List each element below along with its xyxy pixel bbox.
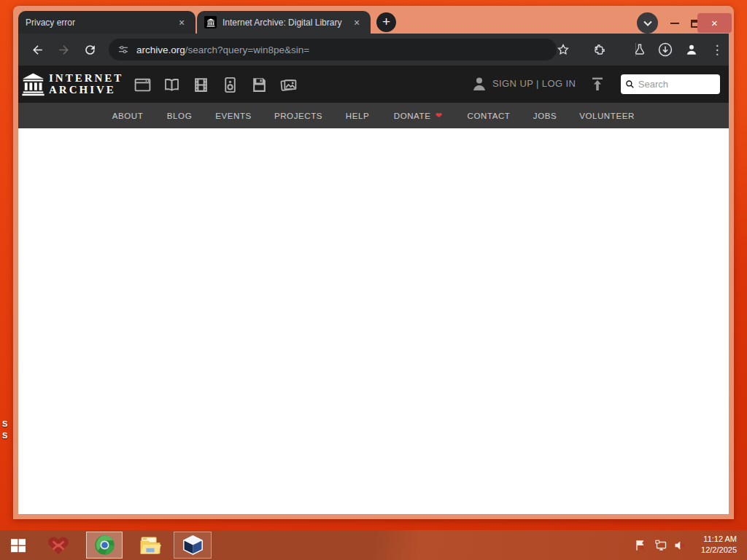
network-status-icon[interactable] — [654, 539, 669, 555]
back-button[interactable] — [27, 39, 47, 60]
minimize-icon — [670, 23, 679, 24]
media-software-icon[interactable] — [249, 75, 268, 94]
download-icon — [657, 42, 673, 58]
tab-internet-archive[interactable]: Internet Archive: Digital Library × — [197, 11, 371, 34]
taskbar-chrome-button[interactable] — [86, 532, 123, 559]
donate-heart-icon: ❤ — [435, 111, 442, 120]
taskbar-virtualbox-button[interactable] — [174, 532, 212, 559]
archive-building-icon — [21, 72, 45, 96]
archive-wordmark[interactable]: INTERNET ARCHIVE — [49, 72, 123, 96]
chevron-down-icon — [643, 20, 652, 26]
star-icon — [557, 43, 570, 56]
forward-button[interactable] — [53, 39, 74, 60]
close-button[interactable]: × — [697, 13, 732, 33]
clock-date: 12/2/2025 — [701, 545, 737, 556]
volume-muted-icon[interactable] — [673, 539, 686, 555]
action-center-flag-icon[interactable] — [633, 539, 647, 555]
browser-toolbar: archive.org/search?query=win8pe&sin= — [18, 34, 729, 66]
kebab-menu-icon: ⋮ — [711, 42, 724, 58]
chrome-browser-icon — [94, 534, 115, 556]
extensions-button[interactable] — [589, 39, 610, 60]
profile-button[interactable] — [681, 39, 702, 60]
page-content-blank — [18, 128, 729, 514]
site-settings-icon — [117, 44, 129, 55]
browser-menu-button[interactable]: ⋮ — [707, 39, 727, 60]
archive-search-input[interactable] — [638, 79, 716, 90]
person-icon — [471, 75, 488, 96]
forward-icon — [57, 43, 71, 57]
labs-button[interactable] — [630, 39, 650, 60]
archive-search-box[interactable] — [621, 74, 720, 94]
bookmark-star-button[interactable] — [553, 39, 573, 60]
signup-login-link[interactable]: SIGN UP | LOG IN — [492, 78, 576, 89]
minimize-button[interactable] — [667, 15, 683, 31]
nav-help[interactable]: HELP — [346, 103, 369, 128]
nav-events[interactable]: EVENTS — [215, 103, 252, 128]
media-web-icon[interactable] — [133, 75, 152, 94]
desktop-icon-label-fragment[interactable]: S — [2, 419, 7, 428]
back-icon — [31, 43, 44, 57]
virtualbox-icon — [182, 534, 204, 556]
url-path: /search?query=win8pe&sin= — [185, 44, 309, 55]
media-texts-icon[interactable] — [162, 75, 181, 94]
file-explorer-icon — [139, 536, 161, 555]
archive-header: INTERNET ARCHIVE — [18, 66, 729, 103]
avatar-icon — [684, 42, 699, 57]
browser-window: Privacy error × Internet Archive: Digita… — [13, 6, 734, 519]
desktop-icon-label-fragment[interactable]: S — [2, 431, 7, 440]
start-button[interactable] — [4, 532, 32, 559]
nav-blog[interactable]: BLOG — [167, 103, 192, 128]
tab-close-icon[interactable]: × — [175, 16, 188, 29]
media-video-icon[interactable] — [191, 75, 210, 94]
archive-page: INTERNET ARCHIVE — [18, 66, 729, 514]
nav-donate[interactable]: DONATE ❤ — [394, 103, 443, 128]
windows-logo-icon — [9, 537, 27, 554]
upload-icon[interactable] — [589, 75, 606, 96]
archive-favicon-icon — [204, 16, 217, 28]
tab-search-button[interactable] — [637, 12, 658, 34]
nav-projects[interactable]: PROJECTS — [274, 103, 322, 128]
media-images-icon[interactable] — [279, 75, 298, 94]
downloads-button[interactable] — [655, 39, 676, 60]
nav-about[interactable]: ABOUT — [112, 103, 144, 128]
address-bar[interactable]: archive.org/search?query=win8pe&sin= — [109, 39, 557, 61]
tab-title: Internet Archive: Digital Library — [222, 18, 346, 28]
desktop: S S Privacy error × Internet Archive: Di… — [0, 0, 747, 560]
url-domain: archive.org — [136, 44, 185, 55]
reload-icon — [83, 43, 97, 57]
nav-jobs[interactable]: JOBS — [533, 103, 557, 128]
media-audio-icon[interactable] — [220, 75, 239, 94]
archive-logo[interactable] — [21, 72, 45, 99]
search-icon — [625, 79, 635, 90]
tab-close-icon[interactable]: × — [350, 16, 363, 29]
tab-title: Privacy error — [26, 18, 171, 28]
new-tab-button[interactable]: + — [376, 12, 396, 32]
taskbar: 11:12 AM 12/2/2025 — [0, 530, 747, 560]
nav-contact[interactable]: CONTACT — [468, 103, 511, 128]
taskbar-file-explorer-button[interactable] — [134, 532, 166, 559]
nav-volunteer[interactable]: VOLUNTEER — [579, 103, 635, 128]
url-text: archive.org/search?query=win8pe&sin= — [136, 44, 309, 55]
taskbar-clock[interactable]: 11:12 AM 12/2/2025 — [701, 534, 737, 556]
tab-strip: Privacy error × Internet Archive: Digita… — [13, 6, 734, 34]
heart-app-icon — [47, 536, 69, 555]
archive-nav: ABOUT BLOG EVENTS PROJECTS HELP DONATE ❤… — [18, 103, 729, 128]
reload-button[interactable] — [80, 39, 100, 60]
tab-privacy-error[interactable]: Privacy error × — [18, 11, 196, 34]
clock-time: 11:12 AM — [701, 534, 737, 545]
flask-icon — [633, 43, 646, 56]
taskbar-heart-app-button[interactable] — [42, 532, 74, 559]
puzzle-icon — [593, 43, 606, 56]
